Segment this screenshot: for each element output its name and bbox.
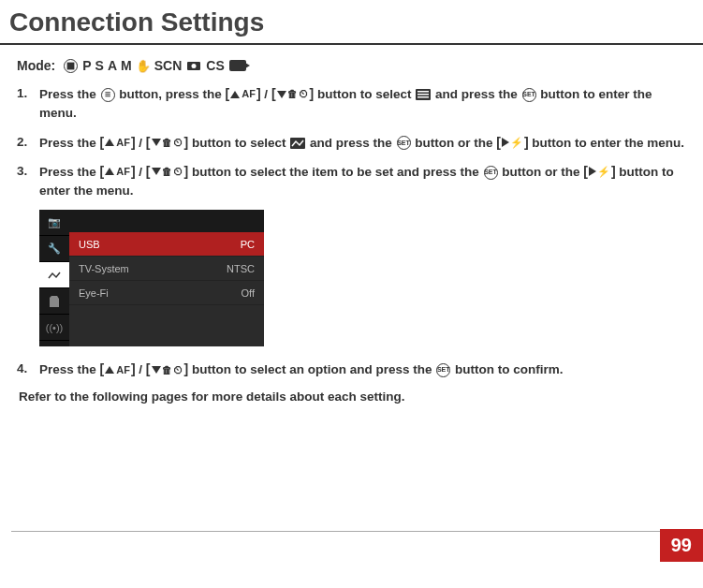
mode-icons: P S A M ✋ SCN CS	[63, 58, 247, 73]
mode-row: Mode: P S A M ✋ SCN CS	[17, 58, 686, 73]
up-af-button: [AF]	[226, 84, 261, 104]
up-af-button: [AF]	[100, 360, 136, 379]
mode-s: S	[95, 58, 104, 73]
text: and press the	[435, 87, 521, 101]
tab-wifi-icon: ((•))	[39, 315, 69, 341]
svg-rect-6	[417, 96, 429, 98]
menu-footer	[69, 305, 264, 346]
hand-icon: ✋	[136, 59, 151, 73]
mode-m: M	[121, 58, 132, 73]
menu-row-usb: USB PC	[69, 232, 264, 257]
film-icon	[229, 60, 246, 71]
mode-label: Mode:	[17, 58, 55, 73]
menu-header	[69, 210, 264, 232]
steps-list-2: Press the [AF] / [🗑⏲] button to select a…	[17, 360, 686, 379]
down-trash-timer-button: [🗑⏲]	[146, 162, 188, 182]
menu-button-icon: ☰	[101, 88, 115, 102]
set-button-icon: SET	[522, 88, 536, 102]
text: button to select	[192, 136, 289, 150]
set-button-icon: SET	[484, 166, 498, 180]
text: button to select the item to be set and …	[192, 165, 483, 179]
text: Press the	[39, 362, 100, 376]
menu-row-eyefi: Eye-Fi Off	[69, 281, 264, 305]
menu-sidebar: 📷 🔧 ((•))	[39, 210, 69, 346]
menu-label: Eye-Fi	[79, 287, 109, 299]
text: Press the	[39, 136, 100, 150]
svg-rect-5	[417, 94, 429, 96]
footer-rule	[11, 531, 692, 532]
menu-row-tv: TV-System NTSC	[69, 257, 264, 281]
page-number: 99	[660, 529, 703, 562]
menu-list-icon	[416, 89, 431, 100]
connection-icon	[290, 138, 305, 149]
menu-value: PC	[241, 239, 255, 250]
step-2: Press the [AF] / [🗑⏲] button to select a…	[17, 133, 686, 153]
step-3: Press the [AF] / [🗑⏲] button to select t…	[17, 162, 686, 201]
set-button-icon: SET	[397, 136, 411, 150]
text: /	[264, 87, 271, 101]
text: button, press the	[119, 87, 225, 101]
step-4: Press the [AF] / [🗑⏲] button to select a…	[17, 360, 686, 379]
text: button or the	[502, 165, 583, 179]
menu-value: NTSC	[227, 263, 255, 274]
mode-a: A	[108, 58, 117, 73]
camera-icon	[186, 60, 201, 71]
mode-scn: SCN	[154, 58, 183, 73]
text: /	[139, 136, 146, 150]
menu-value: Off	[242, 287, 255, 299]
tab-sd-icon	[39, 288, 69, 315]
right-flash-button: [⚡]	[583, 162, 615, 182]
up-af-button: [AF]	[100, 162, 136, 182]
svg-rect-0	[67, 62, 75, 69]
menu-body: USB PC TV-System NTSC Eye-Fi Off	[69, 210, 264, 346]
refer-text: Refer to the following pages for more de…	[19, 390, 686, 404]
down-trash-timer-button: [🗑⏲]	[146, 133, 188, 153]
down-trash-timer-button: [🗑⏲]	[271, 84, 314, 104]
text: and press the	[310, 136, 396, 150]
svg-rect-4	[417, 91, 429, 93]
text: button to select an option and press the	[192, 362, 435, 376]
steps-list: Press the ☰ button, press the [AF] / [🗑⏲…	[17, 84, 686, 200]
text: button to select	[317, 87, 415, 101]
set-button-icon: SET	[436, 363, 450, 377]
right-flash-button: [⚡]	[496, 133, 528, 153]
down-trash-timer-button: [🗑⏲]	[146, 360, 188, 379]
svg-point-2	[192, 64, 197, 68]
tab-connection-icon	[39, 262, 69, 288]
tab-shoot-icon: 📷	[39, 210, 69, 236]
menu-label: TV-System	[79, 263, 129, 274]
auto-icon	[64, 59, 78, 73]
text: Press the	[39, 87, 100, 101]
text: /	[139, 165, 146, 179]
text: button or the	[415, 136, 496, 150]
menu-preview: 📷 🔧 ((•)) USB PC TV-System NTSC Eye-Fi O…	[39, 210, 264, 346]
step-1: Press the ☰ button, press the [AF] / [🗑⏲…	[17, 84, 686, 124]
page-title: Connection Settings	[0, 0, 703, 45]
tab-setup-icon: 🔧	[39, 236, 69, 262]
mode-cs: CS	[206, 58, 224, 73]
text: Press the	[39, 165, 100, 179]
text: /	[139, 362, 146, 376]
text: button to confirm.	[455, 362, 563, 376]
up-af-button: [AF]	[100, 133, 136, 153]
mode-p: P	[82, 58, 91, 73]
text: button to enter the menu.	[532, 136, 684, 150]
menu-label: USB	[79, 239, 100, 250]
